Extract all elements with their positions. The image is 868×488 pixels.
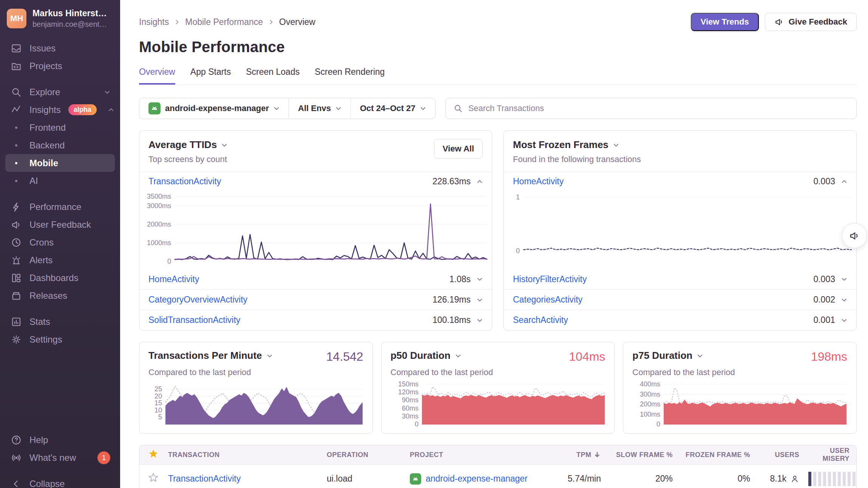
p50-chart: 030ms60ms90ms120ms150ms	[391, 380, 605, 426]
p50-title[interactable]: p50 Duration	[391, 350, 461, 361]
col-user-misery[interactable]: USER MISERY	[804, 447, 856, 463]
svg-text:25: 25	[154, 385, 162, 393]
frozen-row[interactable]: HistoryFilterActivity 0.003	[504, 269, 856, 289]
tpm-title[interactable]: Transactions Per Minute	[148, 350, 273, 361]
most-frozen-frames-title[interactable]: Most Frozen Frames	[513, 139, 847, 151]
clock-icon	[11, 237, 22, 248]
frozen-row-expanded[interactable]: HomeActivity 0.003	[504, 172, 856, 191]
sidebar-item-stats[interactable]: Stats	[5, 313, 115, 330]
tpm-cell: 5.74/min	[549, 474, 605, 484]
sidebar-item-projects[interactable]: Projects	[5, 57, 115, 75]
floating-feedback-button[interactable]	[842, 223, 867, 248]
search-transactions-box[interactable]	[445, 98, 857, 119]
user-name: Markus Hinterst…	[32, 8, 107, 19]
dashboard-icon	[11, 272, 22, 284]
chevron-down-icon	[335, 105, 341, 111]
sidebar-item-help[interactable]: Help	[5, 431, 115, 449]
sidebar-item-performance[interactable]: Performance	[5, 198, 115, 216]
breadcrumb-mobile-performance[interactable]: Mobile Performance	[185, 17, 263, 27]
operation-cell: ui.load	[322, 474, 405, 484]
ttid-row[interactable]: HomeActivity 1.08s	[139, 269, 492, 289]
sidebar-item-dashboards[interactable]: Dashboards	[5, 269, 115, 287]
col-tpm[interactable]: TPM	[549, 451, 605, 459]
sidebar-item-ai[interactable]: AI	[5, 172, 115, 190]
star-filled-icon[interactable]	[148, 448, 159, 460]
sidebar-item-insights[interactable]: Insights alpha	[5, 101, 115, 119]
sidebar-item-settings[interactable]: Settings	[5, 330, 115, 348]
sidebar-collapse-button[interactable]: Collapse	[5, 475, 115, 488]
sidebar: MH Markus Hinterst… benjamin.coe@sent… I…	[0, 0, 120, 488]
tab-overview[interactable]: Overview	[139, 67, 175, 85]
chevron-down-icon	[477, 297, 483, 303]
table-row: TransactionActivity ui.load android-expe…	[139, 465, 856, 488]
chevron-down-icon	[841, 317, 847, 323]
sidebar-item-frontend[interactable]: Frontend	[5, 119, 115, 136]
filter-bar: android-expense-manager All Envs Oct 24–…	[139, 98, 436, 119]
average-ttids-card: Average TTIDs Top screens by count View …	[139, 130, 492, 330]
transaction-link[interactable]: HomeActivity	[148, 274, 449, 284]
slow-frame-cell: 20%	[605, 474, 677, 484]
p75-title[interactable]: p75 Duration	[632, 350, 703, 361]
chevron-up-icon	[108, 107, 114, 113]
chevron-left-icon	[11, 478, 22, 488]
bullet-icon	[11, 180, 22, 182]
transaction-link[interactable]: CategoryOverviewActivity	[148, 295, 432, 305]
sidebar-item-releases[interactable]: Releases	[5, 287, 115, 304]
transaction-link[interactable]: SearchActivity	[513, 315, 813, 325]
sidebar-item-whats-new[interactable]: What's new 1	[5, 449, 115, 466]
chevron-down-icon	[104, 89, 110, 95]
transaction-link[interactable]: TransactionActivity	[148, 176, 432, 187]
star-outline-icon[interactable]	[148, 472, 159, 483]
transaction-link[interactable]: TransactionActivity	[168, 474, 241, 483]
chevron-right-icon	[174, 19, 180, 25]
transaction-link[interactable]: SolidTransactionActivity	[148, 315, 432, 325]
view-all-button[interactable]: View All	[434, 139, 483, 159]
search-input[interactable]	[468, 103, 849, 113]
sidebar-item-alerts[interactable]: Alerts	[5, 251, 115, 269]
issues-icon	[11, 43, 22, 54]
avatar: MH	[7, 9, 26, 28]
tab-screen-loads[interactable]: Screen Loads	[246, 67, 300, 85]
sidebar-item-explore[interactable]: Explore	[5, 83, 115, 101]
environment-selector[interactable]: All Envs	[289, 98, 351, 119]
date-range-selector[interactable]: Oct 24–Oct 27	[351, 98, 435, 119]
svg-text:10: 10	[154, 406, 162, 414]
sidebar-item-backend[interactable]: Backend	[5, 136, 115, 154]
sidebar-item-crons[interactable]: Crons	[5, 233, 115, 251]
col-transaction[interactable]: TRANSACTION	[164, 451, 322, 459]
sidebar-item-user-feedback[interactable]: User Feedback	[5, 216, 115, 233]
ttid-row[interactable]: CategoryOverviewActivity 126.19ms	[139, 289, 492, 310]
sidebar-item-issues[interactable]: Issues	[5, 39, 115, 57]
p50-value: 104ms	[569, 350, 605, 364]
svg-text:120ms: 120ms	[398, 388, 419, 396]
col-frozen-frame[interactable]: FROZEN FRAME %	[677, 451, 755, 459]
help-icon	[11, 434, 22, 446]
main-content: Insights Mobile Performance Overview Vie…	[120, 0, 868, 488]
user-menu[interactable]: MH Markus Hinterst… benjamin.coe@sent…	[0, 0, 120, 29]
col-slow-frame[interactable]: SLOW FRAME %	[605, 451, 677, 459]
transaction-link[interactable]: HistoryFilterActivity	[513, 274, 813, 284]
user-misery-cell	[804, 472, 857, 486]
svg-text:100ms: 100ms	[640, 411, 660, 418]
project-selector[interactable]: android-expense-manager	[139, 98, 289, 119]
breadcrumb-insights[interactable]: Insights	[139, 17, 169, 27]
broadcast-icon	[11, 452, 22, 463]
col-operation[interactable]: OPERATION	[322, 451, 405, 459]
give-feedback-button[interactable]: Give Feedback	[765, 13, 857, 31]
average-ttids-title[interactable]: Average TTIDs	[148, 139, 434, 151]
ttid-row-expanded[interactable]: TransactionActivity 228.63ms	[139, 172, 492, 191]
sidebar-item-mobile[interactable]: Mobile	[5, 154, 115, 172]
view-trends-button[interactable]: View Trends	[691, 13, 759, 31]
col-project[interactable]: PROJECT	[405, 451, 549, 459]
transaction-link[interactable]: CategoriesActivity	[513, 295, 813, 305]
transaction-link[interactable]: HomeActivity	[513, 176, 813, 187]
project-link[interactable]: android-expense-manager	[426, 474, 528, 484]
col-users[interactable]: USERS	[755, 451, 804, 459]
ttid-row[interactable]: SolidTransactionActivity 100.18ms	[139, 310, 492, 330]
megaphone-icon	[774, 17, 784, 27]
tab-app-starts[interactable]: App Starts	[190, 67, 231, 85]
tab-screen-rendering[interactable]: Screen Rendering	[315, 67, 385, 85]
user-email: benjamin.coe@sent…	[32, 20, 107, 29]
frozen-row[interactable]: SearchActivity 0.001	[504, 310, 856, 330]
frozen-row[interactable]: CategoriesActivity 0.002	[504, 289, 856, 310]
